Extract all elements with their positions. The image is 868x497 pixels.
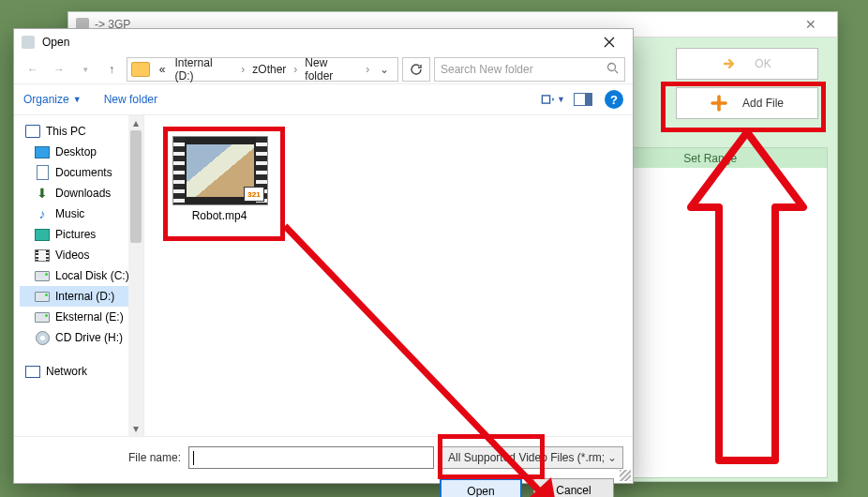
col-set-range[interactable]: Set Range <box>670 152 750 165</box>
text-cursor <box>193 451 194 465</box>
scroll-down-icon[interactable]: ▾ <box>128 421 143 436</box>
open-button[interactable]: Open <box>440 478 522 497</box>
path-dropdown[interactable]: ⌄ <box>375 63 394 76</box>
nav-back-button[interactable]: ← <box>22 58 44 81</box>
open-dialog: Open ← → ▾ ↑ « Internal (D:) › zOther › … <box>13 28 634 484</box>
crumb-drive[interactable]: Internal (D:) <box>172 54 238 84</box>
crumb-zother[interactable]: zOther <box>248 61 290 78</box>
add-file-button[interactable]: Add File <box>676 87 818 119</box>
chevron-down-icon: ▼ <box>557 95 565 104</box>
chevron-down-icon: ▼ <box>73 95 82 104</box>
codec-overlay-icon: 321 <box>244 187 264 202</box>
tree-scrollbar[interactable]: ▴ ▾ <box>128 115 143 436</box>
tree-documents[interactable]: Documents <box>20 162 143 183</box>
nav-up-button[interactable]: ↑ <box>100 58 123 81</box>
video-thumbnail: 321 <box>172 136 268 205</box>
dialog-toolbar: Organize▼ New folder ▼ ? <box>14 83 633 115</box>
chevron-right-icon: › <box>239 63 247 76</box>
breadcrumb[interactable]: « Internal (D:) › zOther › New folder › … <box>127 57 398 82</box>
dialog-titlebar: Open <box>14 29 633 55</box>
view-mode-button[interactable]: ▼ <box>541 89 565 110</box>
file-item-robot[interactable]: 321 Robot.mp4 <box>172 136 266 222</box>
search-placeholder: Search New folder <box>441 63 533 76</box>
svg-rect-2 <box>543 97 549 103</box>
ok-button[interactable]: OK <box>676 48 818 80</box>
organize-menu[interactable]: Organize▼ <box>23 93 82 106</box>
tree-internal-d[interactable]: Internal (D:) <box>20 286 143 307</box>
dialog-icon <box>22 36 35 49</box>
help-button[interactable]: ? <box>605 90 623 109</box>
preview-pane-button[interactable] <box>571 89 595 110</box>
tree-videos[interactable]: Videos <box>20 245 143 265</box>
tree-desktop[interactable]: Desktop <box>20 142 143 162</box>
file-type-filter[interactable]: All Supported Video Files (*.rm; ⌄ <box>441 446 623 469</box>
ok-label: OK <box>755 57 771 70</box>
crumb-new-folder[interactable]: New folder <box>301 54 362 84</box>
tree-this-pc[interactable]: This PC <box>20 121 143 142</box>
nav-row: ← → ▾ ↑ « Internal (D:) › zOther › New f… <box>14 55 633 83</box>
resize-grip[interactable] <box>620 470 631 481</box>
plus-icon <box>711 95 727 112</box>
folder-icon <box>131 62 150 77</box>
add-file-label: Add File <box>742 97 784 110</box>
nav-tree: This PC Desktop Documents ⬇Downloads ♪Mu… <box>14 115 144 436</box>
tree-downloads[interactable]: ⬇Downloads <box>20 183 143 203</box>
chevron-right-icon: › <box>292 63 299 76</box>
tree-eksternal-e[interactable]: Eksternal (E:) <box>20 307 143 327</box>
tree-local-c[interactable]: Local Disk (C:) <box>20 265 143 286</box>
nav-history-dropdown[interactable]: ▾ <box>74 58 97 81</box>
new-folder-button[interactable]: New folder <box>104 93 157 106</box>
dialog-title: Open <box>42 36 69 49</box>
app-close-button[interactable]: ✕ <box>792 15 830 34</box>
tree-pictures[interactable]: Pictures <box>20 224 143 245</box>
file-label: Robot.mp4 <box>172 209 266 222</box>
dialog-footer: File name: All Supported Video Files (*.… <box>14 436 633 497</box>
chevron-right-icon: › <box>364 63 371 76</box>
scroll-thumb[interactable] <box>130 130 142 243</box>
arrow-right-icon <box>723 56 738 71</box>
crumb-prefix[interactable]: « <box>156 61 170 78</box>
tree-music[interactable]: ♪Music <box>20 203 143 224</box>
file-name-label: File name: <box>14 451 188 464</box>
dialog-close-button[interactable] <box>593 33 625 52</box>
svg-point-0 <box>608 64 616 71</box>
scroll-up-icon[interactable]: ▴ <box>128 115 143 130</box>
tree-cd-h[interactable]: CD Drive (H:) <box>20 327 143 348</box>
chevron-down-icon: ⌄ <box>607 451 617 464</box>
svg-rect-4 <box>585 94 592 106</box>
file-list[interactable]: 321 Robot.mp4 <box>144 115 633 436</box>
tree-network[interactable]: Network <box>20 361 143 382</box>
file-name-input[interactable] <box>188 446 434 469</box>
search-input[interactable]: Search New folder <box>434 57 625 82</box>
nav-forward-button[interactable]: → <box>48 58 70 81</box>
cancel-button[interactable]: Cancel <box>533 478 614 497</box>
search-icon <box>606 62 619 77</box>
refresh-button[interactable] <box>402 57 430 82</box>
